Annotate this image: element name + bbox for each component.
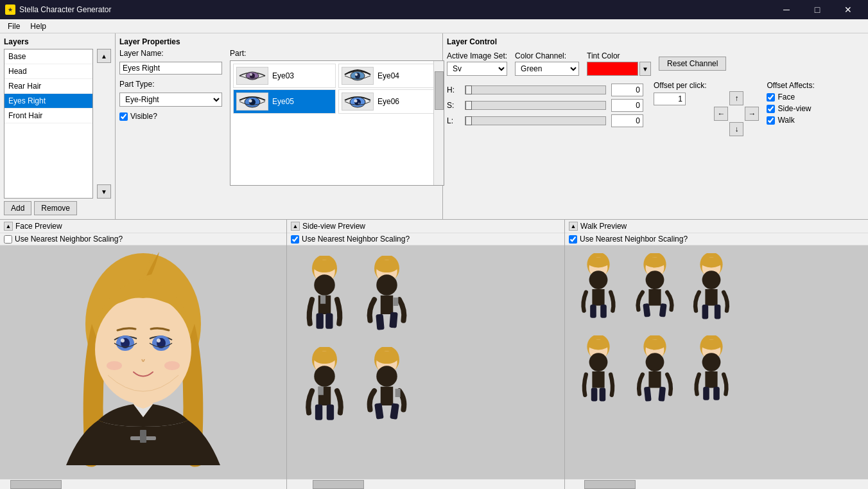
remove-layer-button[interactable]: Remove: [34, 201, 77, 215]
active-image-set-label: Active Image Set:: [447, 51, 507, 60]
nav-right-button[interactable]: →: [745, 107, 759, 121]
svg-point-67: [645, 257, 665, 267]
part-cell-eye04[interactable]: Eye04: [338, 64, 441, 88]
minimize-button[interactable]: ─: [772, 0, 801, 19]
menu-file[interactable]: File: [3, 19, 25, 33]
nav-down-button[interactable]: ↓: [729, 122, 743, 136]
face-label: Face: [777, 93, 795, 102]
nav-up-button[interactable]: ↑: [729, 91, 743, 105]
h-value[interactable]: [611, 84, 643, 96]
walk-sprite-6: [686, 335, 737, 413]
hsl-offset-row: H: S: L:: [447, 81, 864, 136]
part-scroll-thumb: [435, 71, 444, 110]
part-scrollbar[interactable]: [433, 61, 444, 185]
color-channel-label: Color Channel:: [515, 51, 579, 60]
svg-point-88: [645, 339, 665, 350]
svg-rect-25: [140, 430, 146, 443]
part-cell-eye05[interactable]: Eye05: [233, 89, 336, 114]
sideview-nn-checkbox[interactable]: [291, 235, 299, 244]
face-preview-scrollbar[interactable]: [0, 479, 286, 489]
visible-checkbox[interactable]: [119, 112, 128, 121]
svg-rect-49: [318, 387, 324, 395]
s-value[interactable]: [611, 99, 643, 112]
layer-name-input[interactable]: [119, 62, 222, 75]
s-row: S:: [447, 99, 643, 112]
sideview-checkbox[interactable]: [767, 105, 775, 113]
svg-rect-91: [644, 387, 652, 402]
l-slider[interactable]: [465, 116, 606, 125]
sideview-preview-title: Side-view Preview: [302, 222, 365, 231]
walk-preview-panel: ▲ Walk Preview Use Nearest Neighbor Scal…: [565, 220, 868, 489]
sideview-preview-content[interactable]: [287, 245, 564, 479]
reset-channel-button[interactable]: Reset Channel: [659, 57, 726, 71]
layer-item-rearhair[interactable]: Rear Hair: [4, 79, 92, 94]
layer-item-base[interactable]: Base: [4, 49, 92, 64]
layer-name-input-row: [119, 62, 222, 75]
l-value[interactable]: [611, 114, 643, 127]
layers-list[interactable]: Base Head Rear Hair Eyes Right Front Hai…: [4, 49, 92, 198]
sideview-sprite-4: [360, 347, 414, 431]
part-grid-container[interactable]: Eye03: [230, 60, 444, 186]
part-grid: Eye03: [230, 61, 444, 116]
h-slider[interactable]: [465, 85, 606, 94]
svg-point-60: [588, 257, 609, 267]
color-channel-select[interactable]: Green: [515, 62, 579, 76]
svg-point-22: [164, 361, 180, 370]
eye06-preview: [342, 93, 374, 111]
offset-per-click-input[interactable]: [654, 93, 686, 105]
sideview-sprite-grid: [290, 248, 422, 438]
face-nn-checkbox[interactable]: [4, 235, 12, 244]
sideview-check-row: Side-view: [767, 104, 814, 113]
nav-left-button[interactable]: ←: [714, 107, 728, 121]
layer-move-down-button[interactable]: ▼: [97, 184, 111, 199]
sideview-scrollbar[interactable]: [287, 479, 564, 489]
face-preview-content[interactable]: [0, 245, 286, 479]
svg-point-81: [588, 339, 609, 350]
layer-name-row: Layer Name:: [119, 49, 222, 58]
active-image-set-select[interactable]: Sv: [447, 62, 507, 76]
menu-help[interactable]: Help: [25, 19, 51, 33]
maximize-button[interactable]: □: [803, 0, 832, 19]
s-slider[interactable]: [465, 101, 606, 110]
walk-checkbox[interactable]: [767, 116, 775, 125]
layer-item-eyesright[interactable]: Eyes Right: [4, 94, 92, 109]
part-cell-eye06[interactable]: Eye06: [338, 89, 441, 114]
sideview-nn-row: Use Nearest Neighbor Scaling?: [287, 233, 564, 245]
layer-ctrl-title: Layer Control: [447, 37, 864, 46]
nav-lr-row: ← →: [714, 107, 759, 121]
eye03-label: Eye03: [272, 71, 294, 80]
app-title: Stella Character Generator: [19, 5, 111, 14]
face-preview-arrow[interactable]: ▲: [4, 222, 13, 231]
part-cell-eye03[interactable]: Eye03: [233, 64, 336, 88]
svg-rect-38: [381, 296, 394, 314]
walk-sprite-3: [686, 253, 737, 330]
eye06-label: Eye06: [378, 97, 399, 106]
part-label: Part:: [230, 49, 444, 58]
close-button[interactable]: ✕: [833, 0, 863, 19]
offset-section: Offset per click: ↑ ← →: [654, 81, 815, 136]
svg-point-11: [354, 100, 358, 103]
layer-item-fronthair[interactable]: Front Hair: [4, 109, 92, 123]
active-image-set-group: Active Image Set: Sv: [447, 51, 507, 76]
top-row: Layers Base Head Rear Hair Eyes Right Fr…: [0, 33, 868, 220]
face-checkbox[interactable]: [767, 93, 775, 102]
layer-item-head[interactable]: Head: [4, 64, 92, 79]
sideview-preview-arrow[interactable]: ▲: [291, 222, 300, 231]
part-type-select[interactable]: Eye-Right: [119, 93, 222, 107]
layer-move-up-button[interactable]: ▲: [97, 49, 111, 63]
walk-preview-arrow[interactable]: ▲: [569, 222, 578, 231]
add-layer-button[interactable]: Add: [4, 201, 31, 215]
eye04-label: Eye04: [378, 71, 399, 80]
svg-point-52: [376, 351, 399, 364]
tint-color-label: Tint Color: [587, 51, 651, 60]
title-bar: ★ Stella Character Generator ─ □ ✕: [0, 0, 868, 19]
app-container: ★ Stella Character Generator ─ □ ✕ File …: [0, 0, 868, 489]
walk-preview-content[interactable]: [565, 245, 868, 479]
hsl-section: H: S: L:: [447, 84, 643, 136]
svg-point-74: [701, 257, 722, 267]
walk-scrollbar[interactable]: [565, 479, 868, 489]
tint-color-arrow[interactable]: ▼: [639, 62, 651, 76]
tint-color-swatch[interactable]: [587, 62, 638, 76]
walk-nn-checkbox[interactable]: [569, 235, 577, 244]
svg-point-95: [701, 339, 722, 350]
